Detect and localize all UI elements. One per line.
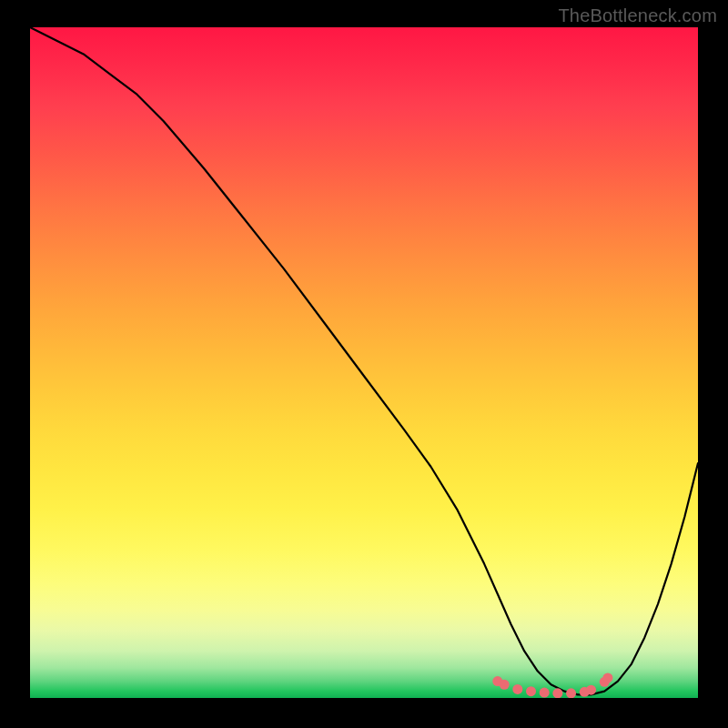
watermark-text: TheBottleneck.com xyxy=(558,5,717,26)
highlight-dot xyxy=(512,684,522,694)
highlight-dot xyxy=(526,686,536,696)
plot-area xyxy=(30,27,698,698)
chart-svg xyxy=(30,27,698,698)
highlight-dot xyxy=(540,688,550,698)
highlight-dot xyxy=(602,672,612,682)
highlight-dot xyxy=(500,680,510,690)
highlight-dot xyxy=(586,685,596,695)
highlight-dot xyxy=(566,688,576,698)
curve-line xyxy=(30,27,698,694)
highlight-dot xyxy=(552,688,562,698)
